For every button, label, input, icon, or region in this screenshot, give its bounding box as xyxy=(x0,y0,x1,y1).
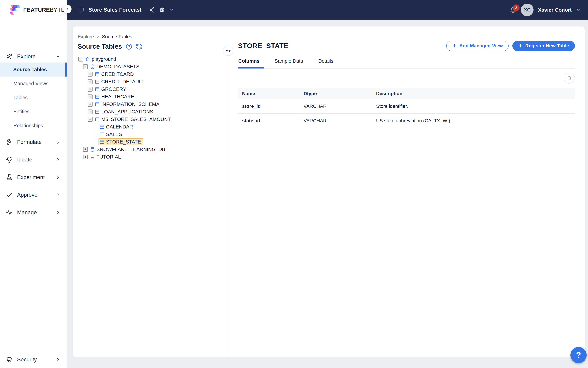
tree-node-content[interactable]: STORE_STATE xyxy=(98,138,143,145)
table-icon xyxy=(99,132,105,137)
avatar[interactable]: XC xyxy=(521,4,534,16)
collapse-toggle-icon[interactable] xyxy=(78,57,83,62)
tree-node-m5-store-sales-amount[interactable]: M5_STORE_SALES_AMOUNT xyxy=(78,116,224,123)
breadcrumb: Explore > Source Tables xyxy=(78,34,224,39)
tree-node-content[interactable]: DEMO_DATASETS xyxy=(89,63,142,70)
sidebar-section-approve[interactable]: Approve xyxy=(0,186,67,204)
expand-toggle-icon[interactable] xyxy=(88,87,93,92)
tree-node-store-state[interactable]: STORE_STATE xyxy=(78,138,224,146)
cell-description: Store identifier. xyxy=(372,99,575,114)
table-icon xyxy=(95,102,100,107)
register-new-table-button[interactable]: Register New Table xyxy=(512,41,575,51)
chevron-right-icon xyxy=(56,357,61,362)
sidebar-section-ideate[interactable]: Ideate xyxy=(0,151,67,168)
tree-node-content[interactable]: CREDIT_DEFAULT xyxy=(94,78,146,85)
tree-node-content[interactable]: INFORMATION_SCHEMA xyxy=(94,101,161,108)
tree-node-label: SNOWFLAKE_LEARNING_DB xyxy=(97,147,165,152)
tree-node-label: CREDITCARD xyxy=(101,71,134,77)
panel-resize-handle[interactable] xyxy=(223,46,233,56)
tree-node-label: LOAN_APPLICATIONS xyxy=(101,109,153,115)
tab-sample-data[interactable]: Sample Data xyxy=(274,56,303,68)
collapse-toggle-icon[interactable] xyxy=(83,64,88,69)
search-icon xyxy=(567,75,572,81)
expand-toggle-icon[interactable] xyxy=(83,155,88,159)
tree-node-content[interactable]: HEALTHCARE xyxy=(94,93,136,100)
sidebar-item-label: Source Tables xyxy=(13,67,47,73)
chevron-down-icon[interactable] xyxy=(169,8,174,12)
user-menu-chevron-icon[interactable] xyxy=(576,8,580,12)
tree-node-content[interactable]: GROCERY xyxy=(94,86,128,93)
search-button[interactable] xyxy=(564,73,575,83)
expand-toggle-icon[interactable] xyxy=(88,110,93,114)
tree-node-content[interactable]: playground xyxy=(84,56,118,63)
tree-node-content[interactable]: M5_STORE_SALES_AMOUNT xyxy=(94,116,173,123)
column-header-description: Description xyxy=(372,88,575,99)
tree-node-credit-default[interactable]: CREDIT_DEFAULT xyxy=(78,78,224,85)
tree-node-content[interactable]: CALENDAR xyxy=(98,123,135,130)
breadcrumb-parent[interactable]: Explore xyxy=(78,34,94,39)
lightbulb-icon xyxy=(6,156,13,163)
cell-name: store_id xyxy=(238,99,299,114)
main-card: Explore > Source Tables Source Tables xyxy=(72,27,585,357)
source-tables-panel: Explore > Source Tables Source Tables xyxy=(72,27,228,357)
table-icon xyxy=(95,79,100,84)
tree-node-creditcard[interactable]: CREDITCARD xyxy=(78,70,224,78)
sidebar-section-formulate[interactable]: Formulate xyxy=(0,133,67,151)
sidebar-collapse-button[interactable] xyxy=(63,5,71,13)
sidebar-section-manage[interactable]: Manage xyxy=(0,204,67,221)
add-managed-view-button[interactable]: Add Managed View xyxy=(446,41,509,51)
tree-node-sales[interactable]: SALES xyxy=(78,130,224,138)
tree-node-loan-applications[interactable]: LOAN_APPLICATIONS xyxy=(78,108,224,116)
collapse-toggle-icon[interactable] xyxy=(88,117,93,122)
help-circle-icon[interactable] xyxy=(125,43,132,50)
expand-toggle-icon[interactable] xyxy=(88,102,93,107)
tab-details[interactable]: Details xyxy=(318,56,334,68)
tab-columns[interactable]: Columns xyxy=(238,56,260,68)
sidebar-section-explore[interactable]: Explore xyxy=(0,50,67,63)
tree-node-playground[interactable]: playground xyxy=(78,55,224,63)
tree-node-content[interactable]: SALES xyxy=(98,131,124,138)
tree-node-content[interactable]: TUTORIAL xyxy=(89,153,123,160)
sidebar-section-label: Approve xyxy=(17,192,37,198)
sidebar-item-relationships[interactable]: Relationships xyxy=(0,119,67,133)
tree-node-label: HEALTHCARE xyxy=(101,94,134,100)
tree-node-label: GROCERY xyxy=(101,86,126,92)
telescope-icon xyxy=(6,53,13,60)
sidebar-item-source-tables[interactable]: Source Tables xyxy=(0,63,67,76)
help-fab-button[interactable]: ? xyxy=(570,347,587,363)
notifications-bell-icon[interactable]: 2 xyxy=(510,7,517,13)
tree-node-calendar[interactable]: CALENDAR xyxy=(78,123,224,130)
featurebyte-logo: FEATUREBYTE xyxy=(0,0,67,20)
expand-toggle-icon[interactable] xyxy=(88,72,93,76)
tree-node-snowflake-learning-db[interactable]: SNOWFLAKE_LEARNING_DB xyxy=(78,146,224,153)
expand-toggle-icon[interactable] xyxy=(83,147,88,152)
refresh-icon[interactable] xyxy=(136,43,143,50)
column-header-name: Name xyxy=(238,88,299,99)
tree-node-content[interactable]: CREDITCARD xyxy=(94,71,136,78)
tree-node-tutorial[interactable]: TUTORIAL xyxy=(78,153,224,161)
tree-node-content[interactable]: LOAN_APPLICATIONS xyxy=(94,108,155,115)
flask-icon xyxy=(6,174,13,181)
sidebar-item-entities[interactable]: Entities xyxy=(0,105,67,119)
tree-guide-line xyxy=(93,123,97,130)
tree-node-demo-datasets[interactable]: DEMO_DATASETS xyxy=(78,63,224,70)
tree-node-information-schema[interactable]: INFORMATION_SCHEMA xyxy=(78,101,224,108)
expand-toggle-icon[interactable] xyxy=(88,79,93,84)
sidebar-section-experiment[interactable]: Experiment xyxy=(0,168,67,186)
table-title: STORE_STATE xyxy=(238,42,288,50)
database-icon xyxy=(90,64,95,69)
settings-gear-icon[interactable] xyxy=(159,7,165,13)
tree-node-content[interactable]: SNOWFLAKE_LEARNING_DB xyxy=(89,146,167,153)
sidebar-section-security[interactable]: Security xyxy=(0,351,67,368)
expand-toggle-icon[interactable] xyxy=(88,94,93,99)
sidebar-item-label: Entities xyxy=(13,109,29,114)
share-icon[interactable] xyxy=(149,7,155,13)
tree-node-healthcare[interactable]: HEALTHCARE xyxy=(78,93,224,101)
sidebar-item-managed-views[interactable]: Managed Views xyxy=(0,76,67,91)
tree-node-label: STORE_STATE xyxy=(106,139,141,145)
tree-node-grocery[interactable]: GROCERY xyxy=(78,85,224,93)
user-name: Xavier Conort xyxy=(538,7,572,13)
sidebar-item-tables[interactable]: Tables xyxy=(0,91,67,105)
sidebar-section-label: Formulate xyxy=(17,139,42,145)
sidebar: FEATUREBYTE Explore Source TablesManaged… xyxy=(0,0,67,368)
